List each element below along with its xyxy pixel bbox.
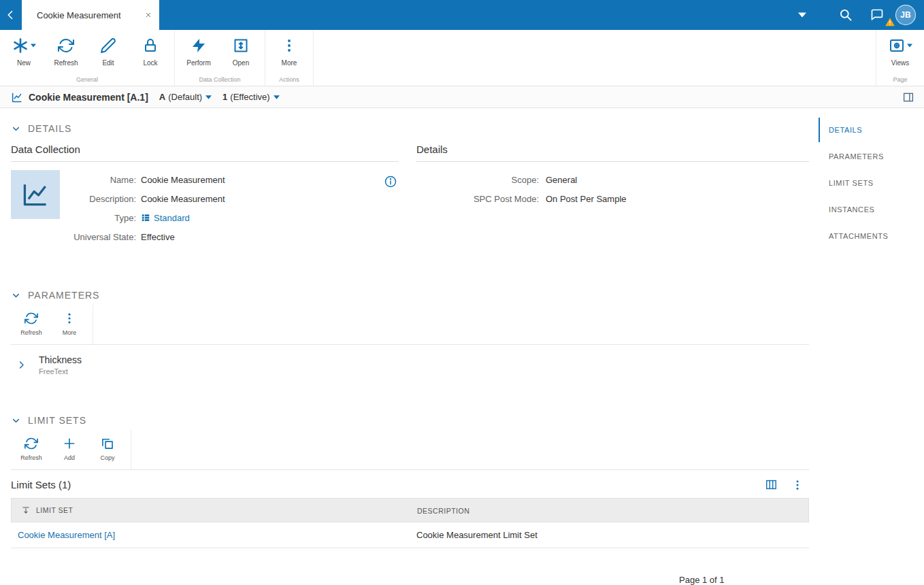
limit-sets-copy-button[interactable]: Copy bbox=[88, 430, 127, 469]
chevron-down-icon bbox=[11, 124, 21, 134]
field-universal-state-label: Universal State: bbox=[60, 232, 136, 242]
type-value-text: Standard bbox=[154, 213, 190, 223]
section-nav: DETAILS PARAMETERS LIMIT SETS INSTANCES … bbox=[819, 108, 924, 585]
views-button[interactable]: Views bbox=[879, 30, 921, 76]
info-icon[interactable] bbox=[384, 175, 397, 188]
limit-sets-add-label: Add bbox=[64, 454, 75, 461]
chevron-down-icon bbox=[798, 12, 806, 18]
pagination-label: Page 1 of 1 bbox=[679, 575, 725, 585]
chevron-down-icon bbox=[907, 44, 912, 48]
revision-selector[interactable]: 1 (Effective) bbox=[222, 92, 280, 102]
edit-button[interactable]: Edit bbox=[87, 30, 129, 76]
field-description-value: Cookie Measurement bbox=[141, 194, 225, 204]
copy-icon bbox=[101, 437, 114, 450]
limit-sets-add-button[interactable]: Add bbox=[50, 430, 88, 469]
ribbon-group-actions: More Actions bbox=[265, 30, 314, 86]
grid-more-icon[interactable] bbox=[791, 479, 804, 491]
cell-description: Cookie Measurement Limit Set bbox=[408, 530, 809, 540]
nav-item-parameters[interactable]: PARAMETERS bbox=[819, 144, 924, 169]
parameter-list-item[interactable]: Thickness FreeText bbox=[11, 345, 809, 385]
ribbon-toolbar: New Refresh Edit bbox=[0, 30, 924, 86]
nav-item-details[interactable]: DETAILS bbox=[819, 118, 924, 142]
panel-toggle-icon bbox=[902, 91, 914, 103]
parameters-refresh-button[interactable]: Refresh bbox=[12, 305, 50, 344]
ribbon-group-general: New Refresh Edit bbox=[0, 30, 175, 86]
details-panel: Details Scope: General SPC Post Mode: On… bbox=[416, 144, 809, 246]
ribbon-group-actions-label: Actions bbox=[268, 76, 310, 86]
back-button[interactable] bbox=[0, 0, 22, 30]
field-scope: Scope: General bbox=[416, 170, 809, 189]
open-button[interactable]: Open bbox=[220, 30, 262, 76]
panel-toggle-button[interactable] bbox=[902, 91, 914, 103]
expand-chevron-icon[interactable] bbox=[16, 360, 27, 370]
ribbon-group-general-label: General bbox=[3, 76, 171, 86]
edit-pencil-icon bbox=[100, 37, 116, 54]
details-panel-title: Details bbox=[416, 144, 809, 162]
lock-icon bbox=[142, 37, 159, 54]
field-spc-post-mode-value: On Post Per Sample bbox=[546, 194, 627, 204]
more-button[interactable]: More bbox=[268, 30, 310, 76]
limit-sort-icon bbox=[21, 505, 31, 515]
version-selector[interactable]: A (Default) bbox=[159, 92, 212, 102]
topbar-dropdown-button[interactable] bbox=[787, 0, 818, 30]
parameter-type: FreeText bbox=[39, 367, 82, 375]
breadcrumb-title: Cookie Measurement [A.1] bbox=[29, 92, 148, 103]
chevron-down-icon bbox=[11, 416, 21, 426]
parameters-more-button[interactable]: More bbox=[50, 305, 88, 344]
limit-sets-copy-label: Copy bbox=[100, 454, 114, 461]
new-button[interactable]: New bbox=[3, 30, 45, 76]
new-asterisk-icon bbox=[12, 37, 29, 54]
limit-set-link[interactable]: Cookie Measurement [A] bbox=[18, 530, 115, 540]
revision-value: 1 bbox=[222, 92, 227, 102]
limit-sets-refresh-button[interactable]: Refresh bbox=[12, 430, 50, 469]
table-row[interactable]: Cookie Measurement [A] Cookie Measuremen… bbox=[11, 522, 809, 548]
version-value: A bbox=[159, 92, 165, 102]
app-window: Cookie Measurement JB bbox=[0, 0, 924, 585]
limit-sets-grid-title: Limit Sets (1) bbox=[11, 479, 71, 490]
field-description: Description: Cookie Measurement bbox=[60, 189, 399, 208]
column-header-limit-set-label: LIMIT SET bbox=[36, 506, 73, 514]
details-section-header[interactable]: DETAILS bbox=[11, 123, 809, 134]
limit-sets-grid-header: Limit Sets (1) bbox=[11, 478, 809, 491]
user-menu[interactable]: JB bbox=[895, 5, 916, 25]
column-header-description[interactable]: DESCRIPTION bbox=[409, 504, 808, 516]
lock-button[interactable]: Lock bbox=[129, 30, 171, 76]
refresh-button[interactable]: Refresh bbox=[45, 30, 87, 76]
nav-item-limit-sets[interactable]: LIMIT SETS bbox=[819, 171, 924, 195]
field-universal-state: Universal State: Effective bbox=[60, 227, 399, 246]
ribbon-group-data-collection-label: Data Collection bbox=[178, 76, 262, 86]
avatar[interactable]: JB bbox=[895, 5, 916, 25]
refresh-icon bbox=[58, 37, 74, 54]
chevron-down-icon bbox=[11, 290, 21, 301]
refresh-icon bbox=[24, 437, 38, 450]
field-type-value[interactable]: Standard bbox=[141, 213, 190, 223]
perform-button[interactable]: Perform bbox=[178, 30, 220, 76]
tab-cookie-measurement[interactable]: Cookie Measurement bbox=[22, 0, 159, 30]
parameters-section-title: PARAMETERS bbox=[28, 290, 99, 301]
more-ellipsis-icon bbox=[281, 37, 297, 54]
search-button[interactable] bbox=[830, 0, 861, 30]
parameters-more-label: More bbox=[63, 329, 77, 336]
parameters-section-header[interactable]: PARAMETERS bbox=[11, 290, 809, 301]
nav-item-instances[interactable]: INSTANCES bbox=[819, 197, 924, 222]
parameters-toolbar: Refresh More bbox=[11, 305, 809, 345]
line-chart-icon bbox=[11, 91, 23, 103]
nav-item-attachments[interactable]: ATTACHMENTS bbox=[819, 224, 924, 248]
views-eye-icon bbox=[889, 37, 905, 54]
chevron-down-icon bbox=[205, 95, 212, 99]
tab-close-icon[interactable] bbox=[144, 11, 152, 19]
field-type: Type: Standard bbox=[60, 208, 399, 227]
choose-columns-icon[interactable] bbox=[765, 478, 778, 491]
chevron-down-icon bbox=[31, 44, 36, 48]
top-bar: Cookie Measurement JB bbox=[0, 0, 924, 30]
page-content: DETAILS Data Collection Name: Cookie Mea… bbox=[0, 108, 819, 585]
warning-icon bbox=[885, 17, 895, 27]
views-button-label: Views bbox=[891, 59, 910, 67]
column-header-limit-set[interactable]: LIMIT SET bbox=[12, 505, 409, 515]
limit-sets-section-header[interactable]: LIMIT SETS bbox=[11, 415, 809, 426]
perform-button-label: Perform bbox=[186, 59, 211, 67]
open-button-label: Open bbox=[233, 59, 249, 67]
chevron-left-icon bbox=[5, 9, 17, 21]
field-name-value: Cookie Measurement bbox=[141, 175, 225, 185]
tab-title: Cookie Measurement bbox=[37, 10, 140, 20]
